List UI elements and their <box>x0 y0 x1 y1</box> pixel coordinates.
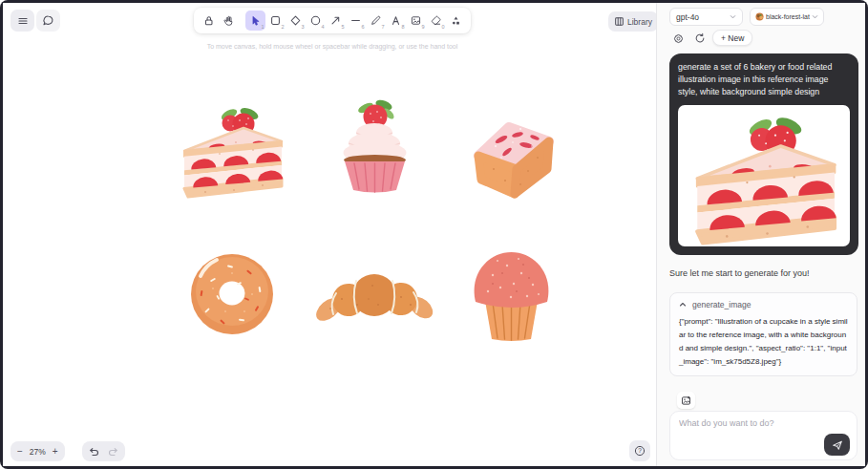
tool-ellipse[interactable]: 4 <box>306 11 326 31</box>
new-chat-button[interactable]: + New <box>712 30 752 46</box>
text-icon <box>390 14 402 27</box>
illustration-strawberry-loaf-cake[interactable] <box>465 108 559 204</box>
tool-arrow[interactable]: 5 <box>326 11 346 31</box>
zoom-out-button[interactable]: − <box>17 446 23 457</box>
tool-call-name: generate_image <box>692 300 751 309</box>
chat-toggle-button[interactable] <box>36 10 60 32</box>
chevron-down-icon <box>730 13 736 20</box>
image-plus-icon <box>681 395 691 406</box>
chevron-up-icon <box>679 301 687 309</box>
reference-image[interactable] <box>678 105 850 246</box>
chat-input[interactable] <box>679 418 822 443</box>
attach-image-button[interactable] <box>677 392 695 409</box>
tool-rectangle[interactable]: 2 <box>265 11 286 31</box>
tool-hand[interactable] <box>219 11 239 31</box>
zoom-level[interactable]: 27% <box>30 447 46 457</box>
user-message-text: generate a set of 6 bakery or food relat… <box>678 61 850 98</box>
assistant-message: Sure let me start to generate for you! <box>669 268 810 278</box>
library-label: Library <box>627 17 652 27</box>
lock-icon <box>202 14 215 27</box>
tool-selection[interactable]: 1 <box>245 11 265 31</box>
ellipse-icon <box>309 14 322 27</box>
diamond-icon <box>289 14 302 27</box>
chat-input-container <box>669 411 857 460</box>
tool-draw[interactable]: 7 <box>366 11 386 31</box>
image-model-value: black-forest-lat <box>766 13 810 20</box>
zoom-in-button[interactable]: + <box>53 446 58 457</box>
illustration-donut[interactable] <box>187 246 277 343</box>
line-icon <box>349 14 362 27</box>
chevron-down-icon <box>812 13 818 20</box>
history-button[interactable] <box>692 31 708 46</box>
illustration-strawberry-cake-slice[interactable] <box>177 96 286 206</box>
chat-model-select[interactable]: gpt-4o <box>669 8 743 26</box>
image-model-select[interactable]: black-forest-lat <box>750 8 824 26</box>
chat-bubble-icon <box>42 14 54 27</box>
undo-icon[interactable] <box>88 446 99 458</box>
canvas-area[interactable]: 1 2 3 4 5 6 7 <box>3 3 656 466</box>
illustration-croissant[interactable] <box>315 255 434 340</box>
canvas-hint: To move canvas, hold mouse wheel or spac… <box>103 43 561 50</box>
zoom-control: − 27% + <box>11 441 65 461</box>
help-icon: ? <box>634 445 646 457</box>
library-button[interactable]: Library <box>608 11 656 32</box>
chat-model-value: gpt-4o <box>676 12 727 22</box>
new-chat-label: + New <box>721 33 744 43</box>
cursor-icon <box>249 14 262 27</box>
chat-sidebar: gpt-4o black-forest-lat + New generate a… <box>656 3 865 466</box>
tool-call-header[interactable]: generate_image <box>679 300 848 309</box>
gear-icon <box>672 32 685 45</box>
send-button[interactable] <box>824 434 850 456</box>
library-icon <box>614 16 625 27</box>
svg-text:?: ? <box>638 447 642 454</box>
illustration-muffin[interactable] <box>464 242 559 349</box>
restore-icon <box>694 32 706 44</box>
arrow-icon <box>329 14 342 27</box>
illustration-strawberry-cupcake[interactable] <box>329 93 420 198</box>
tool-call-arguments: {"prompt": "Illustration of a cupcake in… <box>679 315 848 369</box>
pencil-icon <box>370 14 382 27</box>
app-window: 1 2 3 4 5 6 7 <box>0 0 868 469</box>
tool-lock[interactable] <box>199 11 219 31</box>
tool-more-shapes[interactable] <box>446 11 466 31</box>
image-model-logo <box>755 12 764 21</box>
redo-icon[interactable] <box>108 446 119 458</box>
hamburger-icon <box>17 15 29 27</box>
image-icon <box>410 14 422 27</box>
tool-eraser[interactable]: 0 <box>426 11 446 31</box>
shapes-icon <box>450 14 462 27</box>
hand-icon <box>222 14 235 27</box>
history-controls <box>82 441 125 461</box>
tool-image[interactable]: 9 <box>406 11 426 31</box>
rectangle-icon <box>269 14 282 27</box>
user-message-bubble: generate a set of 6 bakery or food relat… <box>669 53 858 255</box>
send-icon <box>832 439 843 451</box>
tool-palette: 1 2 3 4 5 6 7 <box>194 8 471 33</box>
settings-button[interactable] <box>670 31 686 46</box>
tool-line[interactable]: 6 <box>346 11 366 31</box>
menu-button[interactable] <box>11 10 34 32</box>
help-button[interactable]: ? <box>629 440 650 461</box>
tool-diamond[interactable]: 3 <box>286 11 306 31</box>
tool-text[interactable]: 8 <box>386 11 406 31</box>
eraser-icon <box>430 14 442 27</box>
tool-call-card: generate_image {"prompt": "Illustration … <box>669 292 857 376</box>
